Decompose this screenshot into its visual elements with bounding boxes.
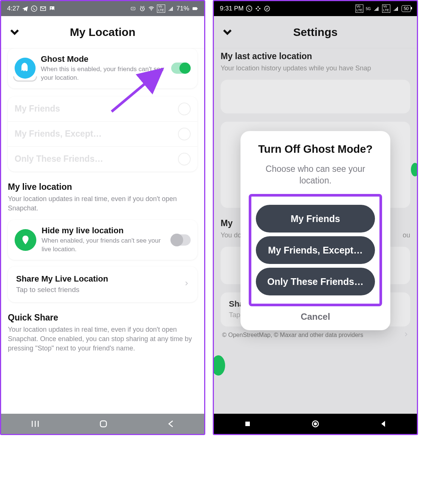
alarm-icon: [139, 5, 146, 12]
battery-icon: 50: [402, 5, 411, 12]
radio-icon: [178, 103, 191, 115]
svg-rect-9: [100, 421, 106, 427]
visibility-options-card: My Friends My Friends, Except… Only Thes…: [8, 97, 197, 171]
chevron-right-icon: [184, 279, 189, 289]
chevron-right-icon: [403, 330, 409, 340]
option-my-friends: My Friends: [8, 97, 197, 121]
battery-icon: [191, 5, 198, 12]
svg-point-14: [314, 422, 317, 425]
gallery-icon: [49, 5, 55, 12]
phone-right: 9:31 PM VoLTE 5G VoLTE 50 Settings My la…: [213, 0, 418, 435]
modal-subtitle: Choose who can see your location.: [249, 163, 382, 186]
ghost-mode-toggle[interactable]: [171, 63, 191, 74]
modal-cancel-button[interactable]: Cancel: [249, 312, 382, 322]
live-location-heading: My live location: [8, 182, 197, 192]
last-active-heading: My last active location: [221, 51, 410, 61]
svg-rect-8: [197, 8, 198, 9]
ghost-mode-off-modal: Turn Off Ghost Mode? Choose who can see …: [240, 131, 390, 330]
gmail-icon: [40, 5, 46, 12]
status-bar: 9:31 PM VoLTE 5G VoLTE 50: [214, 1, 417, 16]
whatsapp-icon: [31, 5, 37, 12]
ghost-mode-sub: When this is enabled, your friends can't…: [41, 65, 166, 82]
wifi-icon: [148, 5, 155, 12]
battery-charge-icon: [130, 5, 137, 12]
modal-buttons-highlight: My Friends My Friends, Except… Only Thes…: [249, 194, 382, 306]
signal-icon-2: [393, 5, 399, 12]
svg-rect-12: [245, 422, 250, 426]
status-time: 9:31 PM: [220, 5, 243, 12]
status-bar: 4:27 VoLTE 71%: [1, 1, 204, 16]
svg-point-11: [265, 6, 270, 11]
page-title: Settings: [233, 26, 397, 39]
ghost-mode-card-bg: [221, 80, 410, 113]
back-chevron-down-icon[interactable]: [9, 26, 21, 38]
signal-icon: [373, 5, 380, 12]
volte-icon: VoLTE: [157, 4, 165, 13]
page-header: My Location: [1, 16, 204, 48]
volte-icon: VoLTE: [355, 4, 364, 13]
nav-recents[interactable]: [31, 420, 39, 428]
hide-icon-peek: [214, 355, 225, 376]
quick-share-heading: Quick Share: [8, 313, 197, 323]
status-battery-pct: 71%: [176, 5, 189, 12]
nav-back[interactable]: [380, 420, 387, 428]
location-pin-icon: [15, 229, 36, 251]
hide-live-title: Hide my live location: [42, 226, 166, 236]
photos-icon: [255, 5, 261, 12]
hide-live-sub: When enabled, your friends can't see you…: [42, 237, 166, 254]
nav-home[interactable]: [99, 420, 108, 428]
ghost-icon: [15, 58, 36, 79]
nav-recents[interactable]: [244, 420, 251, 427]
telegram-icon: [22, 5, 28, 12]
content-area: Ghost Mode When this is enabled, your fr…: [1, 48, 204, 414]
whatsapp-icon: [246, 5, 252, 12]
signal-icon: [167, 5, 174, 12]
share-live-sub: Tap to select friends: [16, 285, 108, 295]
svg-rect-7: [193, 7, 197, 10]
quick-share-sub: Your location updates in real time, even…: [8, 325, 197, 353]
svg-point-0: [31, 6, 37, 12]
page-title: My Location: [21, 26, 185, 39]
option-my-friends-except: My Friends, Except…: [8, 121, 197, 146]
modal-option-only-these-friends[interactable]: Only These Friends…: [256, 268, 375, 295]
modal-option-my-friends-except[interactable]: My Friends, Except…: [256, 236, 375, 264]
volte-icon-2: VoLTE: [382, 4, 390, 13]
nav-home[interactable]: [311, 420, 320, 428]
radio-icon: [178, 153, 191, 165]
hide-live-toggle[interactable]: [171, 234, 191, 246]
nav-back[interactable]: [167, 420, 174, 428]
svg-point-10: [246, 6, 252, 12]
svg-point-3: [51, 7, 52, 8]
ghost-mode-title: Ghost Mode: [41, 54, 166, 64]
ghost-mode-card: Ghost Mode When this is enabled, your fr…: [8, 48, 197, 88]
check-circle-icon: [264, 5, 270, 12]
live-location-sub: Your location updates in real time, even…: [8, 194, 197, 213]
status-time: 4:27: [7, 5, 19, 12]
android-nav-bar: [214, 414, 417, 434]
page-header: Settings: [214, 16, 417, 48]
share-live-card[interactable]: Share My Live Location Tap to select fri…: [8, 267, 197, 302]
modal-option-my-friends[interactable]: My Friends: [256, 205, 375, 233]
option-only-these-friends: Only These Friends…: [8, 146, 197, 171]
toggle-peek: [411, 163, 417, 176]
modal-title: Turn Off Ghost Mode?: [249, 142, 382, 156]
hide-live-card: Hide my live location When enabled, your…: [8, 220, 197, 260]
network-5g-icon: 5G: [366, 7, 370, 11]
share-live-title: Share My Live Location: [16, 274, 108, 284]
back-chevron-down-icon[interactable]: [221, 26, 233, 38]
phone-left: 4:27 VoLTE 71% My Location: [0, 0, 205, 435]
android-nav-bar: [1, 414, 204, 434]
svg-point-6: [151, 10, 152, 10]
radio-icon: [178, 128, 191, 140]
last-active-sub: Your location history updates while you …: [221, 64, 410, 73]
